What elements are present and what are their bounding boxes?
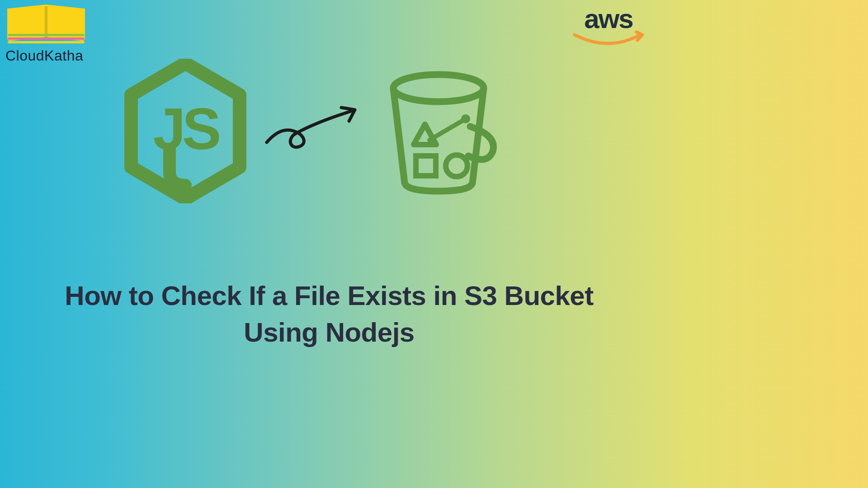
s3-bucket-icon: [375, 66, 502, 197]
cloudkatha-name: CloudKatha: [5, 47, 87, 64]
diagram: JS: [122, 59, 502, 203]
svg-text:JS: JS: [153, 96, 219, 162]
cloudkatha-book-icon: [5, 5, 87, 45]
book-stripes: [5, 34, 87, 43]
svg-point-1: [393, 75, 484, 102]
book-spine: [45, 6, 47, 37]
aws-text: aws: [572, 5, 645, 33]
stripe-pink: [8, 38, 85, 40]
svg-point-5: [446, 155, 467, 177]
page-title: How to Check If a File Exists in S3 Buck…: [0, 277, 658, 351]
cloudkatha-logo: CloudKatha: [5, 5, 87, 64]
aws-logo: aws: [572, 5, 645, 55]
stripe-green: [8, 34, 85, 36]
squiggle-arrow-icon: [262, 99, 362, 154]
nodejs-icon: JS: [122, 59, 249, 203]
svg-rect-4: [416, 156, 436, 176]
stripe-yellow: [8, 41, 85, 43]
aws-smile-icon: [572, 30, 645, 53]
